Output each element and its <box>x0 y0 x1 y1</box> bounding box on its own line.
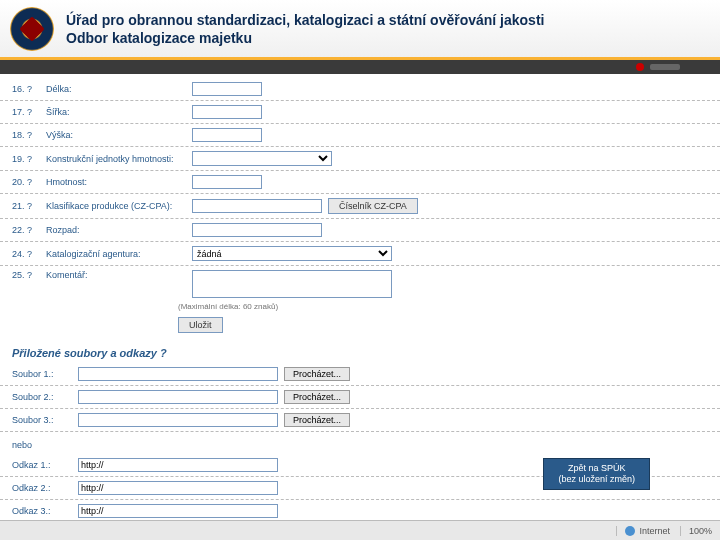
weight-input[interactable] <box>192 175 262 189</box>
field-label: Šířka: <box>46 107 186 117</box>
field-num: 21. ? <box>12 201 40 211</box>
header-line2: Odbor katalogizace majetku <box>66 30 544 46</box>
back-button[interactable]: Zpět na SPÚK (bez uložení změn) <box>543 458 650 490</box>
attachments-title: Přiložené soubory a odkazy ? <box>0 337 720 365</box>
field-num: 22. ? <box>12 225 40 235</box>
weight-unit-select[interactable] <box>192 151 332 166</box>
file3-input[interactable] <box>78 413 278 427</box>
field-num: 18. ? <box>12 130 40 140</box>
length-input[interactable] <box>192 82 262 96</box>
record-icon <box>636 63 644 71</box>
form-content: 16. ? Délka: 17. ? Šířka: 18. ? Výška: 1… <box>0 74 720 520</box>
file-label: Soubor 1.: <box>12 369 72 379</box>
field-label: Hmotnost: <box>46 177 186 187</box>
media-toolbar <box>0 60 720 74</box>
back-line2: (bez uložení změn) <box>558 474 635 485</box>
breakdown-input[interactable] <box>192 223 322 237</box>
browse-button[interactable]: Procházet... <box>284 367 350 381</box>
back-line1: Zpět na SPÚK <box>558 463 635 474</box>
czcpa-input[interactable] <box>192 199 322 213</box>
link-label: Odkaz 2.: <box>12 483 72 493</box>
agency-logo <box>10 7 54 51</box>
zoom-label: 100% <box>689 526 712 536</box>
browse-button[interactable]: Procházet... <box>284 413 350 427</box>
field-num: 16. ? <box>12 84 40 94</box>
link-label: Odkaz 3.: <box>12 506 72 516</box>
field-num: 25. ? <box>12 270 40 280</box>
file1-input[interactable] <box>78 367 278 381</box>
status-bar: Internet 100% <box>0 520 720 540</box>
field-label: Klasifikace produkce (CZ-CPA): <box>46 201 186 211</box>
field-label: Konstrukční jednotky hmotnosti: <box>46 154 186 164</box>
comment-textarea[interactable] <box>192 270 392 298</box>
czcpa-lookup-button[interactable]: Číselník CZ-CPA <box>328 198 418 214</box>
comment-hint: (Maximální délka: 60 znaků) <box>178 300 720 313</box>
zone-label: Internet <box>639 526 670 536</box>
field-label: Délka: <box>46 84 186 94</box>
browse-button[interactable]: Procházet... <box>284 390 350 404</box>
page-header: Úřad pro obrannou standardizaci, katalog… <box>0 0 720 60</box>
field-num: 24. ? <box>12 249 40 259</box>
field-num: 17. ? <box>12 107 40 117</box>
globe-icon <box>625 526 635 536</box>
field-label: Rozpad: <box>46 225 186 235</box>
field-num: 20. ? <box>12 177 40 187</box>
save-button[interactable]: Uložit <box>178 317 223 333</box>
file-label: Soubor 3.: <box>12 415 72 425</box>
link2-input[interactable] <box>78 481 278 495</box>
height-input[interactable] <box>192 128 262 142</box>
agency-select[interactable]: žádná <box>192 246 392 261</box>
field-label: Komentář: <box>46 270 186 280</box>
or-label: nebo <box>0 434 720 456</box>
field-label: Katalogizační agentura: <box>46 249 186 259</box>
file2-input[interactable] <box>78 390 278 404</box>
width-input[interactable] <box>192 105 262 119</box>
toolbar-bar <box>650 64 680 70</box>
file-label: Soubor 2.: <box>12 392 72 402</box>
field-num: 19. ? <box>12 154 40 164</box>
link-label: Odkaz 1.: <box>12 460 72 470</box>
field-label: Výška: <box>46 130 186 140</box>
link1-input[interactable] <box>78 458 278 472</box>
link3-input[interactable] <box>78 504 278 518</box>
header-line1: Úřad pro obrannou standardizaci, katalog… <box>66 12 544 28</box>
